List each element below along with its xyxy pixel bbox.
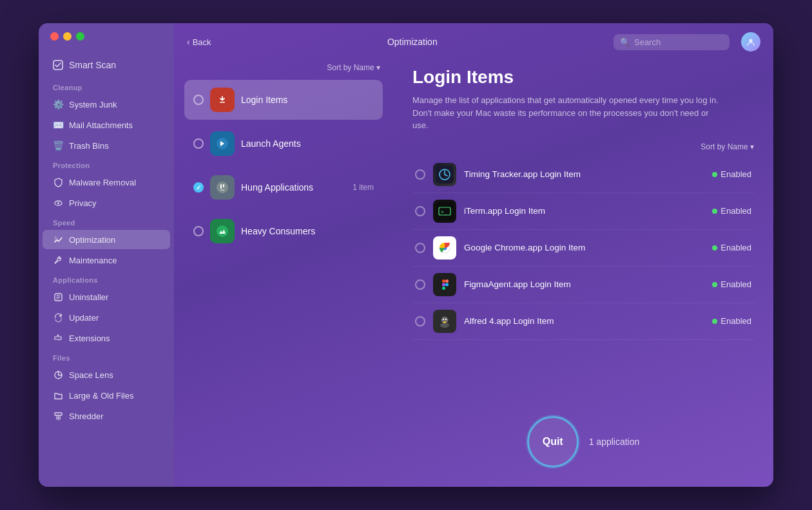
sidebar-item-system-junk[interactable]: ⚙️ System Junk [43,95,170,114]
app-radio-figma[interactable] [415,279,425,290]
section-speed: Speed [39,214,174,229]
sidebar-item-shredder[interactable]: Shredder [43,406,170,426]
sidebar-item-smart-scan[interactable]: Smart Scan [43,55,170,75]
section-files: Files [39,349,174,364]
shred-icon [53,411,63,421]
iterm-status-label: Enabled [720,206,751,216]
figma-status-dot [712,282,717,287]
search-bar[interactable]: 🔍 [614,34,730,50]
app-radio-iterm[interactable] [415,206,425,216]
section-cleanup: Cleanup [39,79,174,93]
sidebar-item-trash-bins[interactable]: 🗑️ Trash Bins [43,136,170,155]
sidebar-label-large-old: Large & Old Files [69,391,133,401]
svg-rect-26 [442,287,445,290]
login-items-label: Login Items [241,95,374,105]
list-panel: Sort by Name ▾ Login Items [174,61,393,487]
shield-icon [53,177,63,187]
sidebar-item-uninstaller[interactable]: Uninstaller [43,287,170,307]
sidebar-item-updater[interactable]: Updater [43,308,170,327]
app-row-chrome[interactable]: Google Chrome.app Login Item Enabled [412,230,754,267]
smart-scan-label: Smart Scan [69,60,116,70]
sidebar-label-trash: Trash Bins [69,141,109,151]
launch-icon [210,131,235,156]
figma-app-icon [433,273,456,296]
search-input[interactable] [634,37,718,47]
content-area: Sort by Name ▾ Login Items [174,61,773,487]
chrome-status-dot [712,245,717,250]
svg-rect-27 [445,279,449,283]
svg-rect-12 [223,184,224,187]
app-row-alfred[interactable]: Alfred 4.app Login Item Enabled [412,303,754,340]
minimize-button[interactable] [63,32,72,41]
list-sort-label[interactable]: Sort by Name ▾ [327,63,380,72]
list-item-heavy-consumers[interactable]: Heavy Consumers [184,211,383,251]
svg-point-10 [217,182,228,193]
app-radio-alfred[interactable] [415,316,425,326]
detail-panel: Login Items Manage the list of applicati… [393,61,773,487]
sidebar-label-system-junk: System Junk [69,100,117,109]
top-bar-title: Optimization [218,37,607,47]
timing-status-label: Enabled [720,169,751,179]
sidebar-label-maintenance: Maintenance [69,256,117,265]
sidebar-item-malware[interactable]: Malware Removal [43,173,170,192]
figma-status-label: Enabled [720,279,751,289]
alfred-status-dot [712,319,717,324]
app-row-iterm[interactable]: >_ iTerm.app Login Item Enabled [412,193,754,230]
quit-button[interactable]: Quit [527,416,579,468]
sidebar-item-maintenance[interactable]: Maintenance [43,250,170,270]
svg-rect-13 [220,190,224,191]
extension-icon [53,333,63,343]
list-radio-hung [193,182,204,193]
svg-point-14 [217,225,228,237]
sidebar-label-updater: Updater [69,313,99,323]
figma-app-name: FigmaAgent.app Login Item [464,279,704,289]
wrench-icon [53,255,63,265]
sidebar-label-privacy: Privacy [69,198,97,208]
sidebar-item-mail-attachments[interactable]: ✉️ Mail Attachments [43,115,170,135]
sidebar-label-shredder: Shredder [69,411,103,421]
sidebar-item-extensions[interactable]: Extensions [43,328,170,348]
mail-icon: ✉️ [53,120,63,130]
list-item-login-items[interactable]: Login Items [184,80,383,120]
sidebar-item-privacy[interactable]: Privacy [43,193,170,212]
sidebar-item-optimization[interactable]: Optimization [43,230,170,249]
trash-icon: 🗑️ [53,140,63,151]
timing-status-dot [712,172,717,177]
main-content: ‹ Back Optimization 🔍 Sort by Name ▾ [174,23,773,487]
timing-app-icon [433,163,456,186]
detail-sort-label[interactable]: Sort by Name ▾ [701,142,754,151]
list-radio-launch [193,138,204,149]
svg-point-2 [57,202,59,204]
heavy-icon [210,219,235,243]
iterm-app-icon: >_ [433,200,456,223]
app-radio-chrome[interactable] [415,243,425,253]
sidebar-item-large-old-files[interactable]: Large & Old Files [43,386,170,405]
app-radio-timing[interactable] [415,169,425,180]
list-item-launch-agents[interactable]: Launch Agents [184,124,383,164]
chrome-app-name: Google Chrome.app Login Item [464,243,704,252]
list-item-hung-applications[interactable]: Hung Applications 1 item [184,167,383,207]
chrome-app-icon [433,236,456,260]
hung-icon [210,175,235,200]
list-radio-login [193,95,204,105]
eye-icon [53,198,63,208]
quit-section: Quit 1 application [412,406,754,474]
list-sort-bar: Sort by Name ▾ [184,61,383,76]
avatar[interactable] [741,32,760,52]
optimization-icon [53,234,63,245]
list-radio-heavy [193,226,204,236]
hung-count: 1 item [353,183,374,192]
close-button[interactable] [50,32,59,41]
traffic-lights [50,32,84,41]
svg-point-6 [749,39,753,42]
maximize-button[interactable] [76,32,84,41]
alfred-status: Enabled [712,316,751,326]
app-row-figma[interactable]: FigmaAgent.app Login Item Enabled [412,267,754,303]
svg-rect-25 [442,283,445,286]
sidebar-label-mail: Mail Attachments [69,120,133,130]
back-button[interactable]: ‹ Back [187,37,211,47]
app-row-timing[interactable]: Timing Tracker.app Login Item Enabled [412,156,754,193]
quit-count: 1 application [589,437,640,447]
sidebar-item-space-lens[interactable]: Space Lens [43,365,170,384]
alfred-app-icon [433,310,456,333]
